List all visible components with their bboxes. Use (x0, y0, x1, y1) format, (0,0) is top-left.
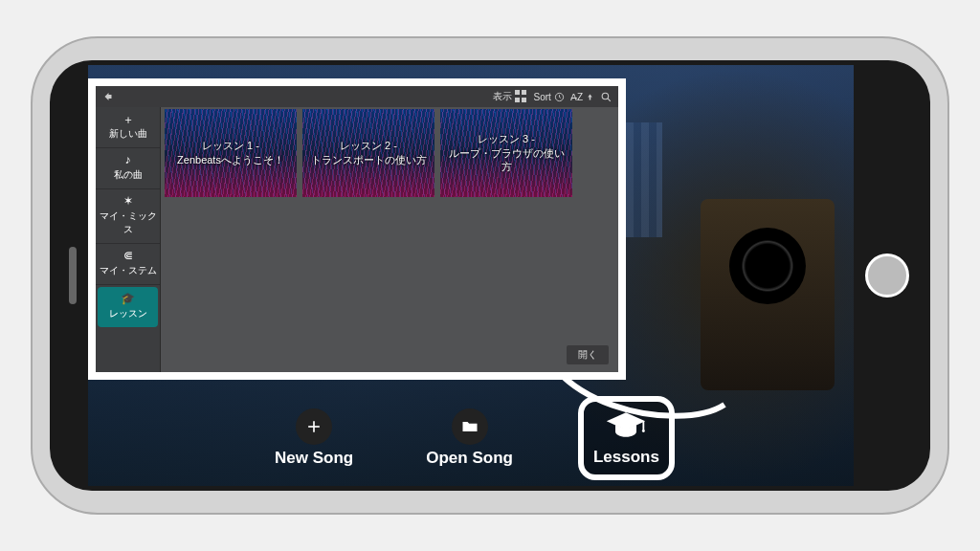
phone-home-button[interactable] (865, 253, 909, 298)
sidebar-item-my-mix[interactable]: ✶ マイ・ミックス (96, 189, 160, 244)
display-toggle[interactable]: 表示 (493, 90, 528, 103)
plus-icon: ＋ (122, 112, 134, 125)
sidebar-item-label: 新しい曲 (109, 127, 147, 141)
sort-az[interactable]: A̶Z (570, 92, 594, 102)
lesson-card[interactable]: レッスン 3 - ループ・ブラウザの使い方 (440, 109, 572, 197)
toolbar-label: Sort (534, 92, 551, 102)
sidebar-item-label: 私の曲 (114, 168, 143, 182)
svg-point-2 (642, 430, 645, 432)
side-tabs: ＋ 新しい曲 ♪ 私の曲 ✶ マイ・ミックス ⋐ (96, 107, 161, 372)
lessons-browser-popup: 表示 Sort A̶Z (88, 78, 626, 380)
lesson-title: レッスン 2 - トランスポートの使い方 (305, 139, 433, 167)
menu-label: New Song (275, 449, 353, 468)
menu-label: Lessons (593, 448, 659, 467)
menu-label: Open Song (426, 449, 513, 468)
search-button[interactable] (600, 91, 612, 103)
plus-icon (296, 408, 332, 445)
svg-point-4 (602, 93, 609, 99)
phone-frame: ats New Song (31, 36, 949, 515)
menu-open-song[interactable]: Open Song (418, 401, 521, 475)
sidebar-item-label: レッスン (109, 307, 147, 320)
stem-icon: ⋐ (123, 249, 133, 262)
grid-icon (515, 90, 528, 103)
search-icon (600, 91, 612, 103)
lesson-title: レッスン 3 - ループ・ブラウザの使い方 (440, 132, 572, 175)
back-icon[interactable] (101, 91, 115, 102)
phone-speaker (69, 247, 77, 304)
graduation-cap-icon (605, 409, 647, 444)
lesson-title: レッスン 1 - Zenbeatsへようこそ！ (171, 139, 290, 167)
menu-lessons[interactable]: Lessons (578, 396, 675, 480)
popup-toolbar: 表示 Sort A̶Z (96, 86, 618, 107)
app-screen: ats New Song (88, 65, 854, 486)
bottom-menu: New Song Open Song (88, 390, 854, 486)
music-icon: ♪ (125, 153, 131, 166)
sidebar-item-lessons[interactable]: 🎓 レッスン (98, 287, 158, 327)
toolbar-label: 表示 (493, 90, 512, 103)
sidebar-item-label: マイ・ステム (100, 264, 157, 277)
menu-new-song[interactable]: New Song (267, 401, 361, 475)
sidebar-item-label: マイ・ミックス (98, 209, 158, 236)
mix-icon: ✶ (123, 194, 133, 208)
toolbar-label: A̶Z (570, 92, 583, 102)
lesson-cards: レッスン 1 - Zenbeatsへようこそ！ レッスン 2 - トランスポート… (161, 107, 618, 199)
phone-bezel: ats New Song (50, 60, 930, 491)
background-speaker (701, 199, 835, 390)
lessons-area: レッスン 1 - Zenbeatsへようこそ！ レッスン 2 - トランスポート… (161, 107, 618, 372)
open-button[interactable]: 開く (567, 345, 609, 364)
sidebar-item-my-stem[interactable]: ⋐ マイ・ステム (96, 244, 160, 285)
graduation-cap-icon: 🎓 (121, 292, 135, 305)
lesson-card[interactable]: レッスン 2 - トランスポートの使い方 (302, 109, 434, 197)
clock-icon (554, 92, 565, 102)
arrow-up-icon (586, 92, 594, 102)
folder-icon (452, 408, 488, 445)
lesson-card[interactable]: レッスン 1 - Zenbeatsへようこそ！ (165, 109, 297, 197)
sidebar-item-my-songs[interactable]: ♪ 私の曲 (96, 148, 160, 189)
sort-toggle[interactable]: Sort (534, 92, 565, 102)
sidebar-item-new-song[interactable]: ＋ 新しい曲 (96, 107, 160, 148)
